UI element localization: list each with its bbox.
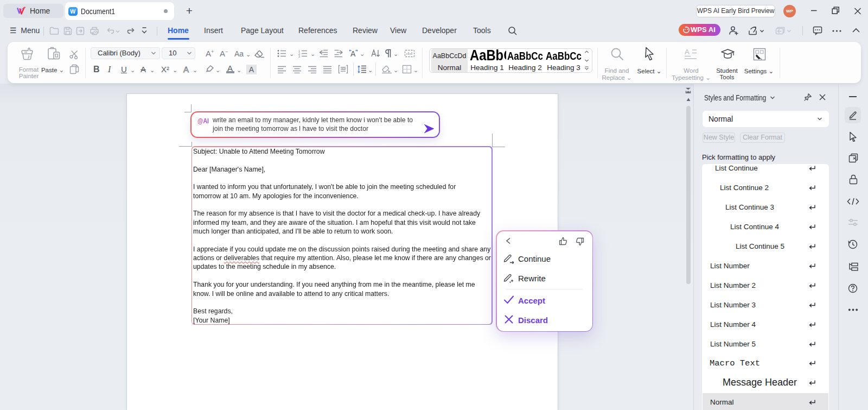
svg-text:A: A xyxy=(685,48,690,56)
svg-text:3: 3 xyxy=(298,55,300,58)
svg-text:<>: <> xyxy=(342,67,346,71)
